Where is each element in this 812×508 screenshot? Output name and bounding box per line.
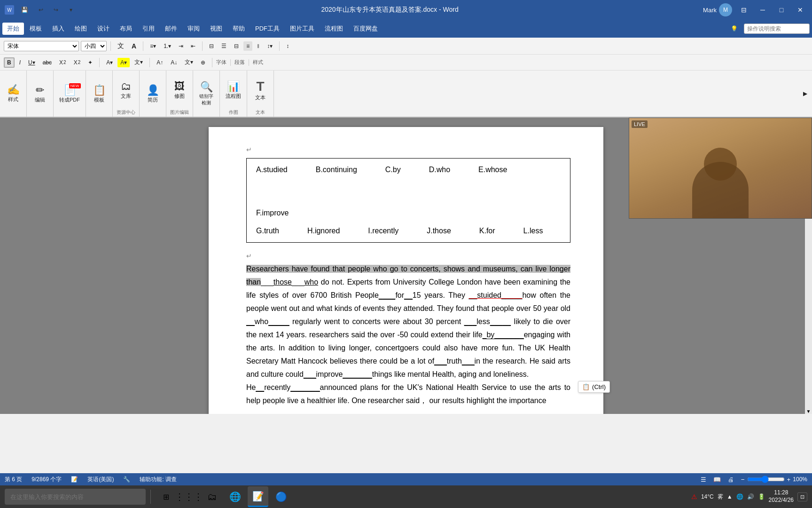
quick-save-btn[interactable]: 💾 — [18, 4, 31, 16]
maximize-btn[interactable]: □ — [774, 5, 789, 15]
show-desktop-btn[interactable]: ⊡ — [797, 492, 807, 501]
indent-btn[interactable]: ⇥ — [176, 41, 186, 51]
align-right-btn[interactable]: ⊟ — [231, 41, 242, 51]
align-justify-btn[interactable]: ≡ — [243, 41, 252, 51]
superscript-btn[interactable]: X2 — [71, 58, 84, 67]
answer-truth: truth — [447, 357, 462, 365]
tray-network: 🌐 — [736, 493, 743, 500]
divider5 — [99, 58, 100, 67]
view-print-btn[interactable]: 🖨 — [728, 476, 734, 483]
phonetic-btn[interactable]: ⊕ — [198, 58, 208, 67]
char-format-btn[interactable]: 文 — [115, 40, 127, 52]
highlight-btn[interactable]: A▾ — [117, 58, 130, 67]
menu-pdf[interactable]: PDF工具 — [250, 23, 284, 35]
ribbon-text-btn[interactable]: T 文本 — [250, 78, 271, 103]
font-settings-btn[interactable]: 文▾ — [182, 57, 196, 68]
sort-btn[interactable]: ↕ — [283, 41, 292, 51]
strikethrough-btn[interactable]: abc — [40, 58, 55, 67]
underline-btn[interactable]: U▾ — [25, 58, 38, 67]
menu-review[interactable]: 审阅 — [183, 23, 204, 35]
taskbar-sogou[interactable]: 🔵 — [271, 486, 291, 507]
status-func: 🔧 — [123, 476, 130, 483]
scroll-down-btn[interactable]: ▼ — [806, 409, 811, 414]
bullet-list-btn[interactable]: ≡▾ — [147, 41, 159, 51]
ribbon-resume-btn[interactable]: 👤 简历 — [142, 83, 163, 105]
line-spacing-btn[interactable]: ↕▾ — [264, 41, 275, 51]
font-family-select[interactable]: 宋体 — [4, 41, 79, 51]
taskbar-chrome[interactable]: 🌐 — [225, 486, 245, 507]
passage-text: Researchers have found that people who g… — [246, 262, 570, 407]
ribbon-flowchart-btn[interactable]: 📊 流程图 — [223, 79, 244, 102]
minimize-btn[interactable]: ─ — [756, 5, 770, 15]
ribbon-collapse-btn[interactable]: ⊟ — [737, 5, 751, 15]
columns-btn[interactable]: ⦀ — [254, 41, 262, 51]
doc-page: ↵ A.studied B.continuing C.by D.who E.wh… — [209, 127, 603, 414]
answer-C: C.by — [385, 162, 401, 177]
user-avatar[interactable]: M — [719, 3, 732, 16]
zoom-out-btn[interactable]: − — [741, 476, 745, 483]
paste-popup[interactable]: 📋 (Ctrl) — [578, 381, 610, 393]
taskbar-search[interactable] — [5, 489, 146, 505]
decrease-font-btn[interactable]: A↓ — [168, 58, 180, 67]
divider6 — [149, 58, 150, 67]
ribbon-expand-btn[interactable]: ▶ — [800, 89, 810, 98]
align-center-btn[interactable]: ☰ — [219, 41, 229, 51]
font-color-btn[interactable]: A▾ — [103, 58, 116, 67]
view-normal-btn[interactable]: ☰ — [701, 476, 706, 483]
lightbulb-btn[interactable]: 💡 — [727, 23, 741, 34]
menu-draw[interactable]: 绘图 — [70, 23, 92, 35]
bold-btn[interactable]: B — [4, 57, 15, 68]
menu-view[interactable]: 视图 — [205, 23, 227, 35]
menu-mail[interactable]: 邮件 — [160, 23, 182, 35]
menu-img-tools[interactable]: 图片工具 — [285, 23, 319, 35]
font-size-select[interactable]: 小四 — [81, 41, 107, 51]
search-input[interactable] — [744, 24, 810, 34]
italic-btn[interactable]: I — [16, 58, 23, 67]
menu-help[interactable]: 帮助 — [228, 23, 250, 35]
ribbon-spell-btn[interactable]: 🔍 错别字检测 — [196, 80, 217, 108]
ribbon-btns-spell: 🔍 错别字检测 — [196, 72, 217, 116]
outdent-btn[interactable]: ⇤ — [188, 41, 198, 51]
taskbar-explorer[interactable]: 🗂 — [202, 486, 222, 507]
redo-btn[interactable]: ↪ — [50, 4, 62, 16]
menu-start[interactable]: 开始 — [2, 23, 24, 35]
view-read-btn[interactable]: 📖 — [713, 476, 721, 483]
char-style-btn[interactable]: A — [129, 41, 139, 51]
menu-insert[interactable]: 插入 — [47, 23, 69, 35]
taskbar-multidesktop[interactable]: ⊞ — [156, 486, 176, 507]
menu-ref[interactable]: 引用 — [138, 23, 159, 35]
char-format2-btn[interactable]: 文▾ — [132, 57, 146, 68]
username: Mark — [703, 7, 717, 14]
ribbon-flowchart-label: 流程图 — [226, 93, 241, 100]
menu-layout[interactable]: 布局 — [115, 23, 137, 35]
ribbon-library-btn[interactable]: 🗂 文库 — [116, 79, 136, 102]
customize-btn[interactable]: ▾ — [65, 4, 77, 16]
close-btn[interactable]: ✕ — [793, 5, 807, 15]
ribbon-style-btn[interactable]: ✍ 样式 — [3, 83, 23, 105]
menu-flowchart[interactable]: 流程图 — [320, 23, 348, 35]
ribbon-btns-style: ✍ 样式 — [3, 72, 23, 115]
ribbon-group-resume: 👤 简历 — [140, 71, 166, 117]
ribbon-pdf-btn[interactable]: 📄 NEW 转成PDF — [56, 83, 83, 105]
clear-format-btn[interactable]: ✦ — [85, 58, 95, 67]
menu-design[interactable]: 设计 — [93, 23, 114, 35]
zoom-slider[interactable] — [747, 476, 785, 483]
subscript-btn[interactable]: X2 — [56, 58, 69, 67]
taskbar-time: 11:28 — [769, 489, 794, 497]
number-list-btn[interactable]: 1.▾ — [161, 41, 174, 51]
align-left-btn[interactable]: ⊟ — [206, 41, 217, 51]
ribbon-modify-btn[interactable]: 🖼 修图 — [169, 79, 190, 102]
ribbon-group-modify: 🖼 修图 图片编辑 — [166, 71, 193, 117]
zoom-in-btn[interactable]: + — [787, 476, 791, 483]
taskbar-word[interactable]: 📝 — [248, 486, 268, 507]
answer-K: K.for — [479, 223, 495, 238]
doc-scroll-area[interactable]: ↵ A.studied B.continuing C.by D.who E.wh… — [0, 118, 812, 414]
menu-template[interactable]: 模板 — [25, 23, 47, 35]
zoom-control: − + 100% — [741, 476, 807, 483]
menu-baidu[interactable]: 百度网盘 — [349, 23, 383, 35]
undo-btn[interactable]: ↩ — [35, 4, 47, 16]
ribbon-template-btn[interactable]: 📋 模板 — [89, 83, 109, 105]
ribbon-edit-btn[interactable]: ✏ 编辑 — [30, 83, 50, 105]
increase-font-btn[interactable]: A↑ — [154, 58, 166, 67]
taskbar-apps[interactable]: ⋮⋮⋮ — [179, 486, 199, 507]
